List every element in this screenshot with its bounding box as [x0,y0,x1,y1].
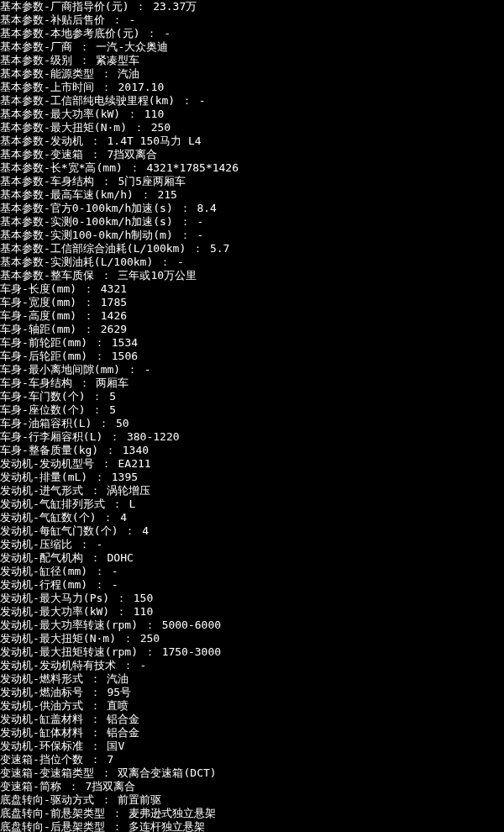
spec-row: 发动机-配气机构 ： DOHC [0,551,504,565]
spec-separator: ： [83,699,108,712]
spec-row: 发动机-气缸数(个) ： 4 [0,511,504,524]
spec-value: 汽油 [107,672,129,685]
spec-row: 发动机-最大功率(kW) ： 110 [0,605,504,619]
spec-label: 发动机-最大扭矩(N·m) [0,632,116,645]
spec-row: 基本参数-厂商指导价(元) ： 23.37万 [0,0,504,13]
spec-separator: ： [83,672,108,685]
spec-row: 基本参数-级别 ： 紧凑型车 [0,54,504,67]
spec-row: 基本参数-官方0-100km/h加速(s) ： 8.4 [0,202,504,215]
spec-separator: ： [105,13,129,26]
spec-row: 车身-后轮距(mm) ： 1506 [0,350,504,363]
spec-value: 5 [109,390,116,403]
spec-label: 基本参数-厂商 [0,40,72,53]
spec-row: 发动机-最大扭矩转速(rpm) ： 1750-3000 [0,645,504,659]
spec-value: 5000-6000 [162,619,221,631]
spec-value: 380-1220 [127,430,180,443]
spec-value: 2629 [101,323,127,335]
spec-separator: ： [92,417,116,429]
spec-value: 4 [142,524,149,537]
spec-value: 7挡双离合 [85,780,135,793]
spec-row: 基本参数-工信部纯电续驶里程(km) ： - [0,94,504,108]
spec-label: 车身-车门数(个) [0,390,85,403]
spec-separator: ： [186,242,210,255]
spec-label: 车身-高度(mm) [0,309,76,322]
spec-label: 发动机-排量(mL) [0,471,87,483]
spec-separator: ： [96,511,120,524]
spec-value: 涡轮增压 [107,484,150,497]
spec-value: - [177,255,184,268]
spec-separator: ： [138,619,162,631]
spec-label: 基本参数-最大功率(kW) [0,108,120,120]
spec-label: 发动机-每缸气门数(个) [0,524,118,537]
spec-separator: ： [83,753,108,766]
spec-row: 底盘转向-前悬架类型 ： 麦弗逊式独立悬架 [0,807,504,820]
spec-label: 变速箱-变速箱类型 [0,766,94,779]
spec-row: 车身-车身结构 ： 两厢车 [0,377,504,390]
spec-separator: ： [83,148,108,161]
spec-value: 2017.10 [118,81,164,93]
spec-label: 基本参数-工信部综合油耗(L/100km) [0,242,186,255]
spec-label: 发动机-燃料形式 [0,672,83,685]
spec-separator: ： [105,807,129,819]
spec-separator: ： [76,296,101,308]
spec-value: 50 [116,417,129,429]
spec-row: 发动机-燃油标号 ： 95号 [0,686,504,699]
spec-separator: ： [94,793,118,806]
spec-separator: ： [105,498,129,510]
spec-separator: ： [72,377,97,389]
spec-value: 多连杆独立悬架 [129,820,205,832]
spec-label: 车身-最小离地间隙(mm) [0,363,120,376]
spec-value: 1.4T 150马力 L4 [107,134,201,147]
spec-value: 150 [134,592,153,604]
spec-value: 7挡双离合 [107,148,157,161]
spec-label: 变速箱-挡位个数 [0,753,83,766]
spec-row: 车身-宽度(mm) ： 1785 [0,296,504,309]
spec-value: - [199,94,206,107]
spec-label: 发动机-供油方式 [0,699,83,712]
spec-label: 基本参数-本地参考底价(元) [0,27,139,39]
spec-label: 发动机-气缸排列形式 [0,498,105,510]
spec-row: 发动机-最大扭矩(N·m) ： 250 [0,632,504,645]
spec-separator: ： [139,27,164,39]
spec-label: 基本参数-最高车速(km/h) [0,188,134,201]
spec-separator: ： [105,820,129,832]
spec-value: - [144,363,151,376]
spec-row: 车身-最小离地间隙(mm) ： - [0,363,504,377]
spec-separator: ： [87,350,112,362]
spec-label: 车身-长度(mm) [0,282,76,295]
spec-value: 1534 [112,336,138,349]
spec-label: 车身-整备质量(kg) [0,444,98,456]
spec-row: 基本参数-发动机 ： 1.4T 150马力 L4 [0,134,504,148]
spec-row: 基本参数-实测油耗(L/100km) ： - [0,255,504,269]
spec-label: 底盘转向-驱动方式 [0,793,94,806]
spec-value: 三年或10万公里 [118,269,197,282]
spec-value: 1750-3000 [162,645,221,658]
spec-separator: ： [85,403,109,416]
spec-value: - [112,578,118,591]
spec-value: 1785 [101,296,127,308]
spec-row: 变速箱-简称 ： 7挡双离合 [0,780,504,793]
spec-value: 250 [140,632,160,645]
spec-separator: ： [173,229,197,241]
spec-row: 基本参数-实测0-100km/h加速(s) ： - [0,215,504,229]
spec-separator: ： [87,578,112,591]
spec-label: 基本参数-实测0-100km/h加速(s) [0,215,173,228]
spec-row: 基本参数-长*宽*高(mm) ： 4321*1785*1426 [0,161,504,175]
spec-row: 发动机-缸盖材料 ： 铝合金 [0,713,504,726]
spec-label: 底盘转向-后悬架类型 [0,820,105,832]
spec-separator: ： [98,444,123,456]
spec-value: 4 [120,511,127,524]
spec-separator: ： [87,336,112,349]
spec-label: 发动机-行程(mm) [0,578,87,591]
spec-value: 汽油 [118,67,139,80]
spec-value: 5门5座两厢车 [118,175,186,187]
spec-row: 车身-车门数(个) ： 5 [0,390,504,403]
spec-label: 车身-前轮距(mm) [0,336,87,349]
spec-row: 发动机-发动机型号 ： EA211 [0,457,504,471]
spec-label: 基本参数-实测100-0km/h制动(m) [0,229,173,241]
spec-separator: ： [76,323,101,335]
spec-value: - [197,215,203,228]
spec-row: 基本参数-最高车速(km/h) ： 215 [0,188,504,202]
spec-separator: ： [109,592,134,604]
spec-value: 前置前驱 [118,793,161,806]
